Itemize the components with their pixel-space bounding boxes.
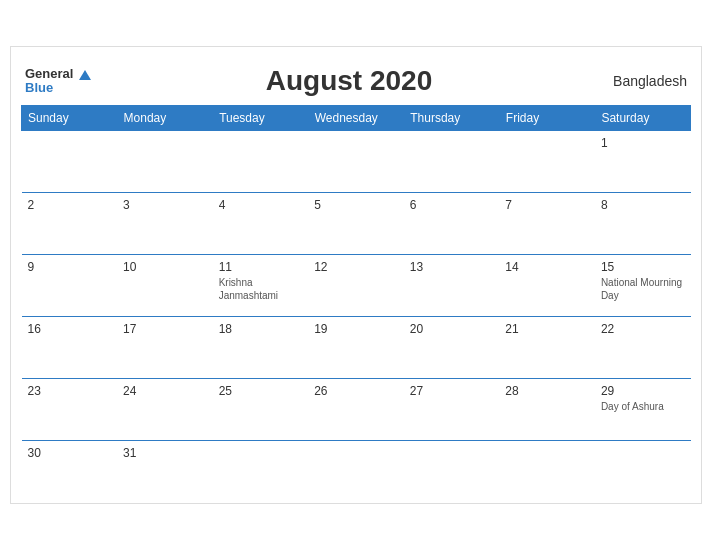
country-name: Bangladesh (607, 73, 687, 89)
calendar-cell (213, 441, 309, 503)
calendar-cell (404, 441, 500, 503)
calendar-cell: 29Day of Ashura (595, 379, 691, 441)
day-number: 25 (219, 384, 303, 398)
holiday-name: Krishna Janmashtami (219, 276, 303, 302)
calendar-cell: 12 (308, 255, 404, 317)
day-number: 2 (28, 198, 112, 212)
calendar-cell: 23 (22, 379, 118, 441)
calendar-cell: 17 (117, 317, 213, 379)
week-row-0: 1 (22, 131, 691, 193)
day-number: 3 (123, 198, 207, 212)
calendar-cell: 31 (117, 441, 213, 503)
week-row-2: 91011Krishna Janmashtami12131415National… (22, 255, 691, 317)
calendar-cell: 8 (595, 193, 691, 255)
calendar-cell: 21 (499, 317, 595, 379)
day-number: 4 (219, 198, 303, 212)
day-number: 29 (601, 384, 685, 398)
calendar-cell: 6 (404, 193, 500, 255)
calendar-cell: 22 (595, 317, 691, 379)
calendar-cell: 15National Mourning Day (595, 255, 691, 317)
day-number: 22 (601, 322, 685, 336)
calendar-cell: 7 (499, 193, 595, 255)
day-number: 6 (410, 198, 494, 212)
day-number: 24 (123, 384, 207, 398)
calendar-cell (117, 131, 213, 193)
calendar-cell: 24 (117, 379, 213, 441)
week-row-4: 23242526272829Day of Ashura (22, 379, 691, 441)
day-number: 13 (410, 260, 494, 274)
day-number: 17 (123, 322, 207, 336)
day-number: 12 (314, 260, 398, 274)
day-number: 27 (410, 384, 494, 398)
day-number: 16 (28, 322, 112, 336)
calendar-cell (308, 131, 404, 193)
weekday-header-friday: Friday (499, 106, 595, 131)
calendar-cell: 9 (22, 255, 118, 317)
calendar-cell: 20 (404, 317, 500, 379)
calendar-cell (499, 441, 595, 503)
logo-triangle-icon (79, 70, 91, 80)
calendar-cell (499, 131, 595, 193)
holiday-name: Day of Ashura (601, 400, 685, 413)
calendar-cell: 26 (308, 379, 404, 441)
calendar-cell: 3 (117, 193, 213, 255)
calendar-cell: 1 (595, 131, 691, 193)
day-number: 8 (601, 198, 685, 212)
calendar-cell (404, 131, 500, 193)
week-row-1: 2345678 (22, 193, 691, 255)
weekday-header-sunday: Sunday (22, 106, 118, 131)
calendar-cell: 19 (308, 317, 404, 379)
day-number: 31 (123, 446, 207, 460)
calendar-cell: 28 (499, 379, 595, 441)
calendar-grid: SundayMondayTuesdayWednesdayThursdayFrid… (21, 105, 691, 503)
calendar-cell: 27 (404, 379, 500, 441)
day-number: 30 (28, 446, 112, 460)
day-number: 7 (505, 198, 589, 212)
day-number: 15 (601, 260, 685, 274)
day-number: 1 (601, 136, 685, 150)
calendar-cell: 11Krishna Janmashtami (213, 255, 309, 317)
logo-blue-text: Blue (25, 81, 53, 95)
weekday-header-row: SundayMondayTuesdayWednesdayThursdayFrid… (22, 106, 691, 131)
calendar-cell (595, 441, 691, 503)
calendar-cell: 30 (22, 441, 118, 503)
calendar-cell: 16 (22, 317, 118, 379)
week-row-3: 16171819202122 (22, 317, 691, 379)
calendar-cell (22, 131, 118, 193)
weekday-header-tuesday: Tuesday (213, 106, 309, 131)
weekday-header-saturday: Saturday (595, 106, 691, 131)
day-number: 19 (314, 322, 398, 336)
calendar-container: General Blue August 2020 Bangladesh Sund… (10, 46, 702, 504)
day-number: 28 (505, 384, 589, 398)
day-number: 9 (28, 260, 112, 274)
calendar-cell: 2 (22, 193, 118, 255)
calendar-cell: 13 (404, 255, 500, 317)
day-number: 14 (505, 260, 589, 274)
day-number: 5 (314, 198, 398, 212)
day-number: 10 (123, 260, 207, 274)
logo: General Blue (25, 67, 91, 96)
weekday-header-monday: Monday (117, 106, 213, 131)
holiday-name: National Mourning Day (601, 276, 685, 302)
calendar-cell: 4 (213, 193, 309, 255)
calendar-cell: 14 (499, 255, 595, 317)
calendar-cell (308, 441, 404, 503)
day-number: 11 (219, 260, 303, 274)
calendar-cell: 25 (213, 379, 309, 441)
weekday-header-wednesday: Wednesday (308, 106, 404, 131)
calendar-cell (213, 131, 309, 193)
day-number: 23 (28, 384, 112, 398)
calendar-cell: 5 (308, 193, 404, 255)
week-row-5: 3031 (22, 441, 691, 503)
day-number: 18 (219, 322, 303, 336)
calendar-header: General Blue August 2020 Bangladesh (21, 57, 691, 105)
day-number: 26 (314, 384, 398, 398)
calendar-cell: 10 (117, 255, 213, 317)
logo-general-text: General (25, 66, 73, 81)
calendar-title: August 2020 (91, 65, 607, 97)
day-number: 21 (505, 322, 589, 336)
weekday-header-thursday: Thursday (404, 106, 500, 131)
day-number: 20 (410, 322, 494, 336)
calendar-cell: 18 (213, 317, 309, 379)
